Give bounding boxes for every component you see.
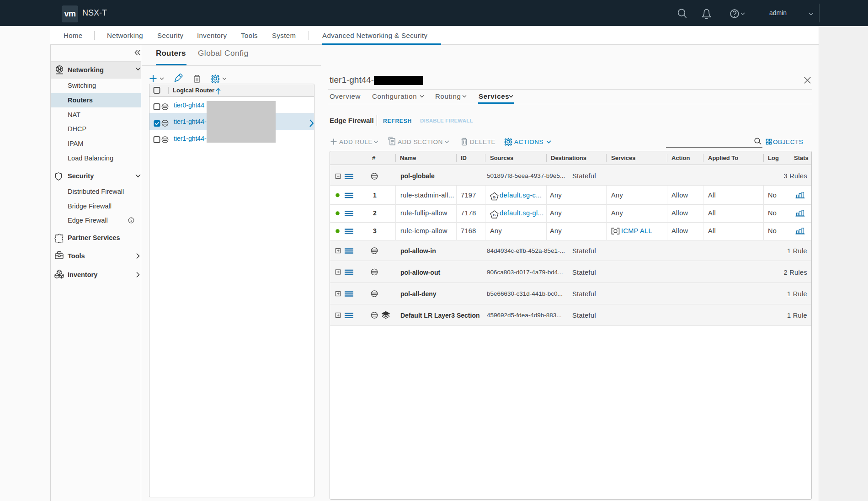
svg-text:G: G [493,213,495,217]
svg-text:G: G [493,195,495,199]
